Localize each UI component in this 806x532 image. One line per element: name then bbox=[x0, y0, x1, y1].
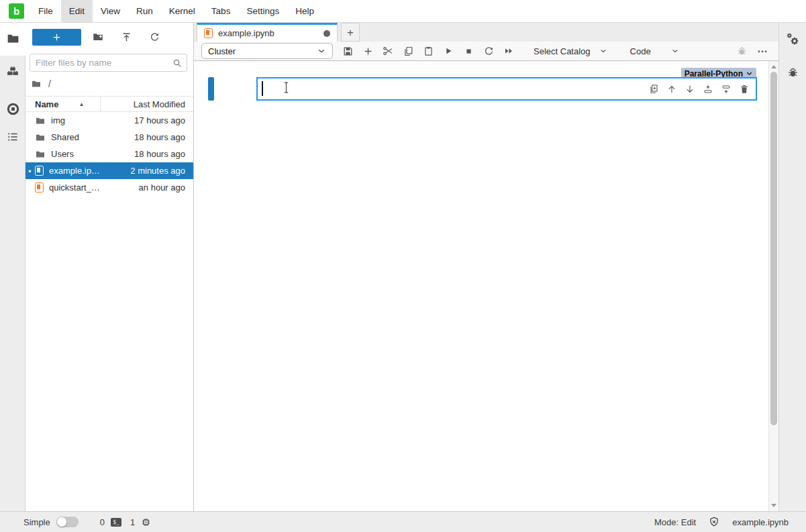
tab-bar: example.ipynb + bbox=[194, 23, 778, 42]
folder-icon bbox=[6, 32, 20, 46]
sort-ascending-icon: ▲ bbox=[79, 101, 84, 107]
kernel-count: 1 bbox=[130, 517, 135, 527]
notebook-icon bbox=[35, 166, 44, 176]
menu-item-run[interactable]: Run bbox=[128, 0, 161, 22]
scroll-down-arrow[interactable] bbox=[771, 504, 776, 507]
bug-icon bbox=[787, 66, 799, 79]
refresh-icon[interactable] bbox=[146, 29, 162, 45]
column-header-last-modified[interactable]: Last Modified bbox=[101, 99, 193, 109]
simple-mode-label: Simple bbox=[23, 517, 50, 527]
file-row-users[interactable]: Users 18 hours ago bbox=[26, 146, 193, 162]
insert-cell-button[interactable] bbox=[358, 42, 378, 60]
folder-icon bbox=[35, 149, 46, 160]
restart-kernel-button[interactable] bbox=[478, 42, 499, 60]
main-area: example.ipynb + Cluster bbox=[194, 23, 778, 511]
cell-type-dropdown[interactable]: Code bbox=[630, 46, 679, 56]
menu-item-edit[interactable]: Edit bbox=[61, 0, 93, 22]
scrollbar-thumb[interactable] bbox=[770, 72, 777, 425]
list-icon bbox=[6, 130, 19, 144]
move-cell-down-button[interactable] bbox=[681, 81, 699, 97]
menu-item-tabs[interactable]: Tabs bbox=[203, 0, 239, 22]
extensions-tab[interactable] bbox=[0, 64, 26, 78]
folder-icon bbox=[35, 132, 46, 143]
file-row-example-notebook[interactable]: • example.ip… 2 minutes ago bbox=[26, 162, 193, 179]
breadcrumb-root[interactable]: / bbox=[48, 78, 51, 89]
paste-cells-button[interactable] bbox=[418, 42, 438, 60]
file-browser-toolbar bbox=[26, 28, 193, 46]
debugger-tab[interactable] bbox=[779, 66, 806, 79]
restart-run-all-button[interactable] bbox=[499, 42, 519, 60]
delete-cell-button[interactable] bbox=[735, 81, 753, 97]
property-inspector-tab[interactable] bbox=[779, 32, 806, 46]
folder-icon bbox=[35, 115, 46, 126]
duplicate-cell-button[interactable] bbox=[644, 81, 662, 97]
move-cell-up-button[interactable] bbox=[662, 81, 681, 97]
not-trusted-shield-icon bbox=[708, 516, 720, 528]
status-bar: Simple 0 $_ 1 Mode: Edit example.ipynb bbox=[0, 511, 806, 532]
upload-icon[interactable] bbox=[118, 29, 134, 45]
file-row-img[interactable]: img 17 hours ago bbox=[26, 112, 193, 129]
notebook-canvas: Parallel-Python bbox=[194, 61, 778, 511]
unsaved-changes-dot: • bbox=[28, 166, 32, 176]
simple-mode-toggle[interactable] bbox=[56, 517, 79, 527]
status-filename: example.ipynb bbox=[732, 517, 789, 527]
menu-item-kernel[interactable]: Kernel bbox=[161, 0, 203, 22]
menu-bar: b File Edit View Run Kernel Tabs Setting… bbox=[0, 0, 806, 23]
select-catalog-dropdown[interactable]: Select Catalog bbox=[534, 46, 607, 56]
file-list-header: Name ▲ Last Modified bbox=[26, 96, 193, 112]
mouse-ibeam-cursor bbox=[282, 81, 291, 94]
cell-toolbar bbox=[644, 78, 753, 99]
new-folder-button[interactable] bbox=[90, 29, 106, 45]
text-caret bbox=[262, 81, 263, 96]
gears-icon bbox=[786, 32, 800, 46]
notebook-icon bbox=[204, 28, 213, 38]
column-header-name[interactable]: Name ▲ bbox=[26, 97, 101, 111]
file-row-shared[interactable]: Shared 18 hours ago bbox=[26, 129, 193, 146]
notebook-scrollbar bbox=[768, 61, 778, 511]
menu-item-help[interactable]: Help bbox=[287, 0, 322, 22]
app-logo: b bbox=[9, 3, 24, 19]
file-browser-panel: / Name ▲ Last Modified img 17 hours ago … bbox=[26, 23, 194, 511]
copy-cells-button[interactable] bbox=[398, 42, 418, 60]
run-cell-button[interactable] bbox=[438, 42, 458, 60]
toggle-knob bbox=[57, 517, 66, 527]
menu-item-view[interactable]: View bbox=[93, 0, 128, 22]
right-sidebar-strip bbox=[778, 23, 806, 511]
filter-files-field bbox=[30, 54, 187, 72]
cell-collapser[interactable] bbox=[208, 77, 214, 101]
insert-cell-above-button[interactable] bbox=[699, 81, 717, 97]
blocks-icon bbox=[6, 64, 19, 78]
insert-cell-below-button[interactable] bbox=[717, 81, 735, 97]
new-tab-button[interactable]: + bbox=[341, 23, 360, 42]
debugger-toggle-icon[interactable] bbox=[732, 42, 752, 60]
tab-title: example.ipynb bbox=[218, 28, 274, 38]
filter-files-input[interactable] bbox=[30, 54, 187, 72]
unsaved-indicator-dot bbox=[323, 30, 330, 37]
terminal-count: 0 bbox=[100, 517, 105, 527]
menu-item-settings[interactable]: Settings bbox=[238, 0, 287, 22]
scroll-up-arrow[interactable] bbox=[771, 65, 776, 68]
new-launcher-button[interactable] bbox=[32, 29, 81, 46]
table-of-contents-tab[interactable] bbox=[0, 130, 26, 144]
breadcrumb: / bbox=[26, 75, 193, 93]
save-button[interactable] bbox=[338, 42, 358, 60]
notebook-toolbar: Cluster bbox=[194, 42, 778, 61]
home-folder-icon[interactable] bbox=[31, 78, 42, 89]
more-commands-button[interactable]: … bbox=[757, 44, 768, 54]
menu-item-file[interactable]: File bbox=[30, 0, 61, 22]
cluster-select[interactable]: Cluster bbox=[201, 43, 333, 59]
chevron-down-icon bbox=[746, 70, 753, 77]
file-row-quickstart-notebook[interactable]: quickstart_… an hour ago bbox=[26, 179, 193, 196]
kernel-chip-icon bbox=[140, 517, 152, 528]
search-icon bbox=[172, 58, 183, 68]
cut-cells-button[interactable] bbox=[378, 42, 398, 60]
code-cell-editor[interactable] bbox=[256, 77, 757, 101]
left-sidebar-strip bbox=[0, 23, 26, 511]
file-browser-tab[interactable] bbox=[0, 32, 26, 46]
chevron-down-icon bbox=[671, 47, 679, 55]
running-sessions-tab[interactable] bbox=[0, 102, 26, 116]
tab-example-notebook[interactable]: example.ipynb bbox=[197, 23, 338, 42]
chevron-down-icon bbox=[317, 46, 326, 56]
chevron-down-icon bbox=[599, 47, 607, 55]
interrupt-kernel-button[interactable] bbox=[458, 42, 478, 60]
